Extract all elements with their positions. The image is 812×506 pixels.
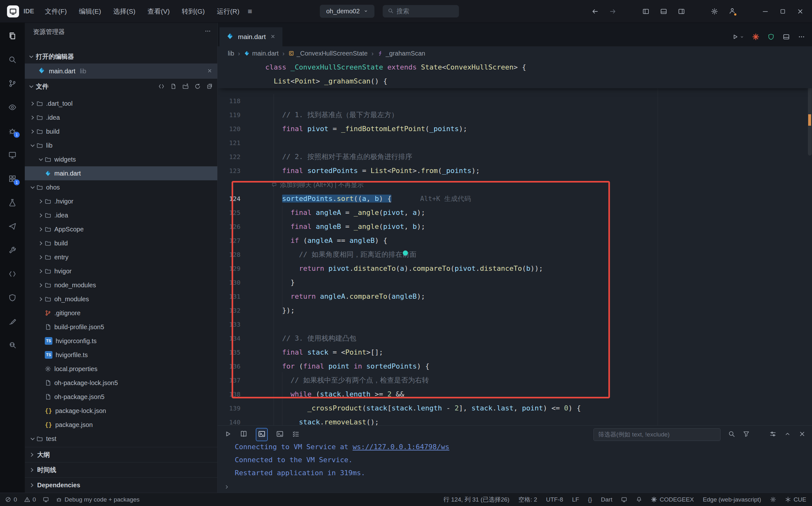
dependencies-section[interactable]: Dependencies	[25, 478, 217, 493]
outline-section[interactable]: 大纲	[25, 447, 217, 462]
activity-send[interactable]	[8, 222, 16, 231]
run-debug-button[interactable]	[732, 33, 744, 40]
status-item[interactable]: Debug my code + packages	[56, 496, 140, 503]
brackets-icon[interactable]	[158, 83, 164, 89]
forward-icon[interactable]	[609, 8, 616, 15]
close-icon[interactable]	[270, 33, 276, 40]
panel-tool-terminal[interactable]	[276, 430, 284, 439]
activity-git[interactable]	[8, 79, 16, 88]
activity-search[interactable]	[8, 56, 16, 64]
filter-icon[interactable]	[743, 430, 750, 437]
tree-item-lib[interactable]: lib	[25, 139, 217, 152]
tree-item-hvigorfile.ts[interactable]: TShvigorfile.ts	[25, 348, 217, 362]
search-icon[interactable]	[728, 430, 735, 439]
activity-grid[interactable]: 1	[8, 175, 16, 183]
console-prompt-icon[interactable]	[224, 484, 230, 491]
sidebar-more-icon[interactable]	[205, 28, 211, 36]
more-menus-icon[interactable]: ≡	[248, 7, 252, 16]
status-item[interactable]: {}	[588, 496, 592, 503]
newfile-icon[interactable]	[170, 83, 177, 89]
tree-item-oh_modules[interactable]: oh_modules	[25, 292, 217, 306]
toggle-sidebar-icon[interactable]	[642, 8, 649, 15]
console-link[interactable]: ws://127.0.0.1:64798/ws	[353, 443, 449, 451]
status-item[interactable]	[770, 497, 776, 503]
tree-item-ohos[interactable]: ohos	[25, 180, 217, 194]
panel-tool-dbgconsole[interactable]	[256, 428, 268, 441]
activity-flask[interactable]	[8, 198, 16, 207]
close-icon[interactable]	[207, 68, 212, 75]
codegeex-icon[interactable]	[752, 33, 759, 40]
timeline-section[interactable]: 时间线	[25, 462, 217, 478]
more-actions-icon[interactable]	[205, 28, 211, 34]
global-search-input[interactable]	[396, 8, 447, 15]
activity-wrench[interactable]	[8, 246, 16, 254]
console-filter[interactable]	[593, 428, 721, 441]
activity-explorer[interactable]	[8, 32, 16, 40]
tree-item-widgets[interactable]: widgets	[25, 152, 217, 166]
tree-item-.gitignore[interactable]: .gitignore	[25, 306, 217, 320]
status-item[interactable]: CUE	[785, 496, 806, 503]
activity-bug[interactable]: 1	[8, 127, 16, 135]
chevron-up-icon[interactable]	[784, 430, 791, 439]
filter-icon[interactable]	[743, 430, 750, 439]
activity-shield[interactable]	[8, 293, 16, 302]
status-item[interactable]: 0	[5, 496, 17, 503]
split-editor-icon[interactable]	[783, 33, 790, 40]
tree-item-package.json[interactable]: {}package.json	[25, 418, 217, 432]
breadcrumb-item[interactable]: main.dart	[244, 50, 279, 57]
debug-console[interactable]: Connecting to VM Service at ws://127.0.0…	[218, 443, 812, 493]
tree-item-node_modules[interactable]: node_modules	[25, 278, 217, 292]
status-item[interactable]	[43, 497, 49, 503]
status-item[interactable]: Dart	[601, 496, 612, 503]
activity-brackets[interactable]	[8, 270, 16, 278]
activity-brush[interactable]	[8, 318, 16, 326]
tree-item-AppScope[interactable]: AppScope	[25, 222, 217, 236]
back-icon[interactable]	[592, 8, 598, 15]
refresh-icon[interactable]	[195, 83, 201, 89]
status-item[interactable]	[621, 497, 627, 503]
breadcrumb-item[interactable]: _grahamScan	[377, 50, 425, 57]
newfolder-icon[interactable]	[182, 83, 189, 89]
toggle-secondary-sidebar-icon[interactable]	[678, 8, 685, 15]
tree-item-oh-package.json5[interactable]: oh-package.json5	[25, 390, 217, 404]
menu-5[interactable]: 运行(R)	[212, 4, 245, 18]
tree-item-.idea[interactable]: .idea	[25, 110, 217, 124]
files-section-header[interactable]: 文件	[25, 79, 217, 94]
tree-item-hvigorconfig.ts[interactable]: TShvigorconfig.ts	[25, 334, 217, 348]
tab-main-dart[interactable]: main.dart	[220, 27, 282, 46]
panel-settings-icon[interactable]	[769, 430, 777, 437]
activity-monitor[interactable]	[8, 151, 16, 159]
tree-item-build[interactable]: build	[25, 124, 217, 139]
tree-item-local.properties[interactable]: local.properties	[25, 362, 217, 376]
menu-0[interactable]: 文件(F)	[40, 4, 72, 18]
panel-tool-book[interactable]	[240, 430, 247, 439]
open-editor-main-dart[interactable]: main.dart lib	[25, 64, 217, 79]
tree-item-package-lock.json[interactable]: {}package-lock.json	[25, 404, 217, 418]
tree-item-build[interactable]: build	[25, 236, 217, 250]
close-icon[interactable]	[207, 68, 212, 73]
console-filter-input[interactable]	[598, 431, 716, 438]
status-item[interactable]: 空格: 2	[518, 496, 537, 504]
activity-eye[interactable]	[8, 103, 16, 111]
close-window-icon[interactable]	[797, 8, 804, 15]
app-logo-icon[interactable]	[7, 5, 19, 17]
account-icon[interactable]	[729, 7, 736, 15]
status-item[interactable]: LF	[572, 496, 579, 503]
panel-settings-icon[interactable]	[769, 430, 777, 439]
panel-tool-play[interactable]	[224, 430, 232, 439]
global-search[interactable]	[382, 5, 459, 17]
scrollbar[interactable]	[807, 60, 812, 425]
tree-item-entry[interactable]: entry	[25, 250, 217, 264]
search-icon[interactable]	[728, 430, 735, 437]
code-editor[interactable]: class _ConvexHullScreenState extends Sta…	[218, 60, 812, 425]
settings-gear-icon[interactable]	[711, 8, 718, 15]
tree-item-.hvigor[interactable]: .hvigor	[25, 194, 217, 208]
chevron-up-icon[interactable]	[784, 430, 791, 437]
tree-item-main.dart[interactable]: main.dart	[25, 166, 217, 180]
tree-item-.dart_tool[interactable]: .dart_tool	[25, 96, 217, 110]
minimize-icon[interactable]	[762, 8, 769, 15]
inline-chat-hint[interactable]: 添加到聊天 (Alt+X) | 不再显示	[218, 178, 812, 192]
status-item[interactable]: 行 124, 列 31 (已选择26)	[443, 496, 510, 504]
close-icon[interactable]	[799, 430, 806, 437]
menu-1[interactable]: 编辑(E)	[74, 4, 106, 18]
